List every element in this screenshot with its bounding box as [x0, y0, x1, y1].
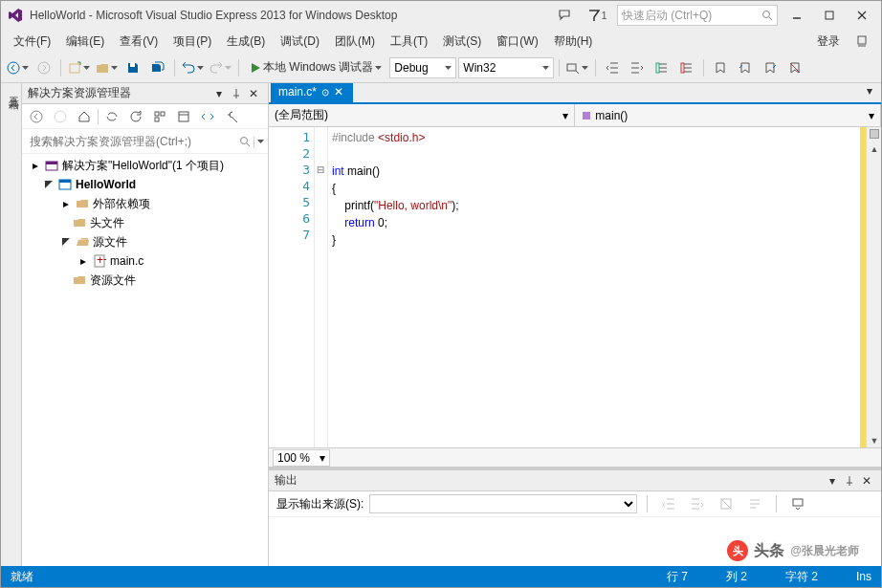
indent-more-button[interactable] — [626, 56, 649, 79]
save-all-button[interactable] — [146, 56, 169, 79]
status-col: 列 2 — [726, 569, 747, 585]
menu-view[interactable]: 查看(V) — [113, 32, 165, 52]
exp-refresh-icon[interactable] — [125, 106, 146, 127]
exp-fwd-icon[interactable] — [50, 106, 71, 127]
svg-rect-19 — [155, 118, 159, 121]
menu-debug[interactable]: 调试(D) — [274, 32, 326, 52]
login-dropdown-icon[interactable] — [849, 30, 875, 53]
zoom-combo[interactable]: 100 %▾ — [273, 449, 330, 467]
exp-viewcode-icon[interactable] — [197, 106, 218, 127]
exp-showall-icon[interactable] — [173, 106, 194, 127]
expander-icon[interactable] — [43, 179, 55, 190]
bookmark-clear-button[interactable] — [783, 56, 806, 79]
tree-resources[interactable]: 资源文件 — [22, 271, 268, 290]
start-debug-button[interactable]: 本地 Windows 调试器 — [244, 56, 387, 79]
platform-combo[interactable]: Win32 — [458, 57, 554, 78]
save-button[interactable] — [121, 56, 144, 79]
tree-main-c[interactable]: ▸ ++ main.c — [22, 251, 268, 271]
c-file-icon: ++ — [92, 253, 107, 269]
tab-main-c[interactable]: main.c* ⊙ ✕ — [271, 83, 353, 102]
output-wordwrap-icon[interactable] — [743, 492, 766, 515]
code-text[interactable]: #include <stdio.h> int main() { printf("… — [328, 127, 860, 447]
toolbox-tab[interactable]: 工具箱 — [1, 83, 22, 566]
tree-sources[interactable]: 源文件 — [22, 232, 268, 251]
svg-rect-13 — [681, 63, 684, 73]
search-options-icon[interactable] — [257, 140, 264, 143]
uncomment-button[interactable] — [675, 56, 698, 79]
exp-properties-icon[interactable] — [221, 106, 242, 127]
undo-button[interactable] — [180, 56, 206, 79]
maximize-button[interactable] — [816, 4, 843, 27]
panel-close-icon[interactable]: ✕ — [245, 85, 262, 102]
solution-tree: ▸ 解决方案"HelloWorld"(1 个项目) HelloWorld ▸ 外… — [22, 154, 268, 566]
expander-icon[interactable]: ▸ — [77, 255, 89, 267]
menu-test[interactable]: 测试(S) — [436, 32, 488, 52]
feedback-icon[interactable] — [552, 4, 579, 27]
tree-external-deps[interactable]: ▸ 外部依赖项 — [22, 194, 268, 213]
panel-close-icon[interactable]: ✕ — [858, 472, 875, 490]
code-editor[interactable]: 1234567 ⊟ #include <stdio.h> int main() … — [269, 127, 881, 447]
member-dropdown[interactable]: main()▾ — [575, 104, 881, 126]
split-handle-icon[interactable] — [870, 129, 879, 139]
outline-column[interactable]: ⊟ — [315, 127, 328, 447]
expander-icon[interactable]: ▸ — [60, 198, 72, 209]
vertical-scrollbar[interactable]: ▲ ▼ — [866, 127, 881, 447]
minimize-button[interactable] — [783, 4, 810, 27]
panel-dropdown-icon[interactable]: ▾ — [824, 472, 841, 490]
tab-close-icon[interactable]: ✕ — [334, 85, 345, 98]
tabs-dropdown-icon[interactable]: ▾ — [858, 83, 881, 102]
exp-sync-icon[interactable] — [101, 106, 122, 127]
svg-rect-25 — [46, 162, 57, 164]
notifications-icon[interactable]: 1 — [584, 4, 611, 27]
output-title: 输出 — [275, 472, 298, 489]
quick-launch-input[interactable]: 快速启动 (Ctrl+Q) — [617, 5, 778, 26]
menu-project[interactable]: 项目(P) — [166, 32, 218, 52]
output-source-combo[interactable] — [369, 494, 637, 513]
exp-collapse-icon[interactable] — [149, 106, 170, 127]
status-line: 行 7 — [667, 569, 688, 585]
find-button[interactable] — [564, 56, 590, 79]
search-icon — [239, 136, 251, 147]
panel-pin-icon[interactable] — [841, 472, 858, 490]
menu-file[interactable]: 文件(F) — [7, 32, 57, 52]
menu-edit[interactable]: 编辑(E) — [59, 32, 111, 52]
close-button[interactable] — [849, 4, 875, 27]
bookmark-prev-button[interactable] — [734, 56, 757, 79]
output-autoscroll-icon[interactable] — [786, 492, 809, 515]
output-text[interactable] — [269, 516, 881, 566]
new-project-button[interactable] — [66, 56, 92, 79]
menu-team[interactable]: 团队(M) — [328, 32, 382, 52]
indent-less-button[interactable] — [601, 56, 624, 79]
menu-help[interactable]: 帮助(H) — [547, 32, 600, 52]
tree-headers[interactable]: 头文件 — [22, 213, 268, 232]
expander-icon[interactable] — [60, 236, 72, 248]
panel-pin-icon[interactable] — [228, 85, 245, 102]
output-goto-prev-icon[interactable] — [657, 492, 680, 515]
line-numbers: 1234567 — [269, 127, 315, 447]
status-char: 字符 2 — [785, 569, 818, 585]
scope-dropdown[interactable]: (全局范围)▾ — [269, 104, 575, 126]
output-clear-icon[interactable] — [715, 492, 738, 515]
redo-button[interactable] — [208, 56, 233, 79]
open-file-button[interactable] — [94, 56, 120, 79]
expander-icon[interactable]: ▸ — [30, 160, 41, 171]
menu-tools[interactable]: 工具(T) — [384, 32, 434, 52]
menu-window[interactable]: 窗口(W) — [490, 32, 544, 52]
tree-project[interactable]: HelloWorld — [22, 175, 268, 194]
bookmark-toggle-button[interactable] — [709, 56, 732, 79]
tab-pin-icon[interactable]: ⊙ — [321, 87, 329, 98]
explorer-search-input[interactable] — [26, 132, 239, 151]
menu-build[interactable]: 生成(B) — [220, 32, 272, 52]
panel-dropdown-icon[interactable]: ▾ — [210, 85, 228, 102]
status-ins: Ins — [856, 570, 871, 583]
nav-fwd-button[interactable] — [33, 56, 55, 79]
output-goto-next-icon[interactable] — [686, 492, 709, 515]
comment-button[interactable] — [650, 56, 673, 79]
login-link[interactable]: 登录 — [810, 32, 847, 52]
config-combo[interactable]: Debug — [389, 57, 456, 78]
exp-back-icon[interactable] — [26, 106, 47, 127]
tree-solution[interactable]: ▸ 解决方案"HelloWorld"(1 个项目) — [22, 156, 268, 175]
bookmark-next-button[interactable] — [759, 56, 782, 79]
exp-home-icon[interactable] — [74, 106, 95, 127]
nav-back-button[interactable] — [5, 56, 31, 79]
